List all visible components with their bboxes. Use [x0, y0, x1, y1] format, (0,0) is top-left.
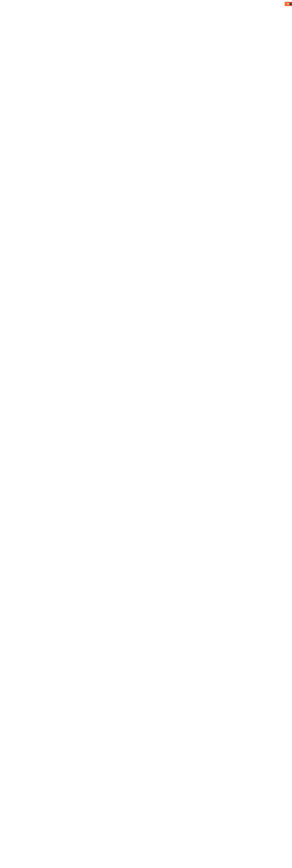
- footer-logo: XMind: [290, 3, 292, 5]
